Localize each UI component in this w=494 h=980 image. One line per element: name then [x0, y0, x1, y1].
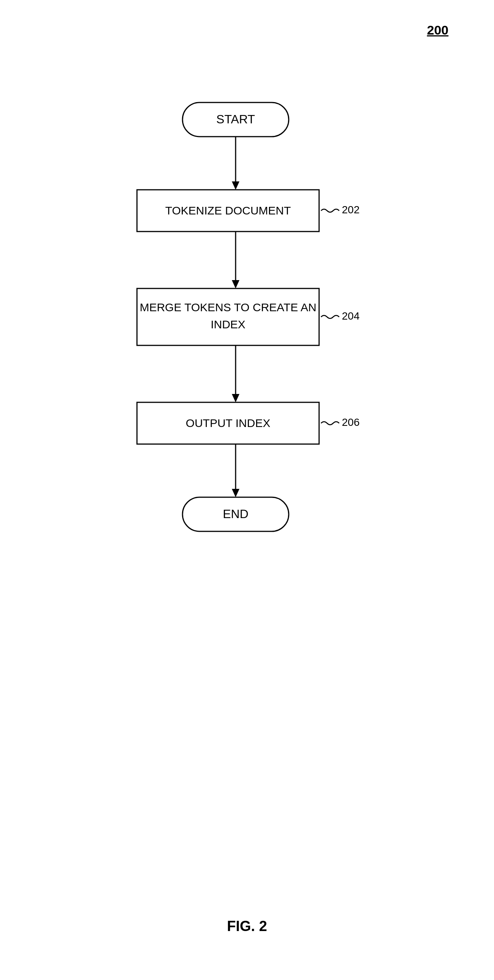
merge-label-line2: INDEX	[211, 318, 246, 331]
svg-marker-8	[232, 394, 240, 402]
ref-206: 206	[342, 416, 360, 428]
svg-marker-2	[232, 181, 240, 190]
figure-label: FIG. 2	[227, 918, 267, 934]
tokenize-label: TOKENIZE DOCUMENT	[165, 204, 291, 217]
ref-204: 204	[342, 310, 360, 322]
output-label: OUTPUT INDEX	[186, 417, 270, 429]
merge-label-line1: MERGE TOKENS TO CREATE AN	[140, 301, 316, 313]
diagram-container: 200 START TOKENIZE DOCUMENT 202 MERGE TO…	[0, 0, 494, 980]
end-label: END	[223, 507, 248, 521]
svg-marker-5	[232, 280, 240, 288]
svg-rect-6	[137, 288, 319, 345]
flowchart-svg: START TOKENIZE DOCUMENT 202 MERGE TOKENS…	[114, 61, 380, 896]
start-label: START	[216, 112, 255, 126]
svg-marker-11	[232, 489, 240, 497]
ref-202: 202	[342, 204, 360, 216]
diagram-reference: 200	[427, 23, 448, 38]
